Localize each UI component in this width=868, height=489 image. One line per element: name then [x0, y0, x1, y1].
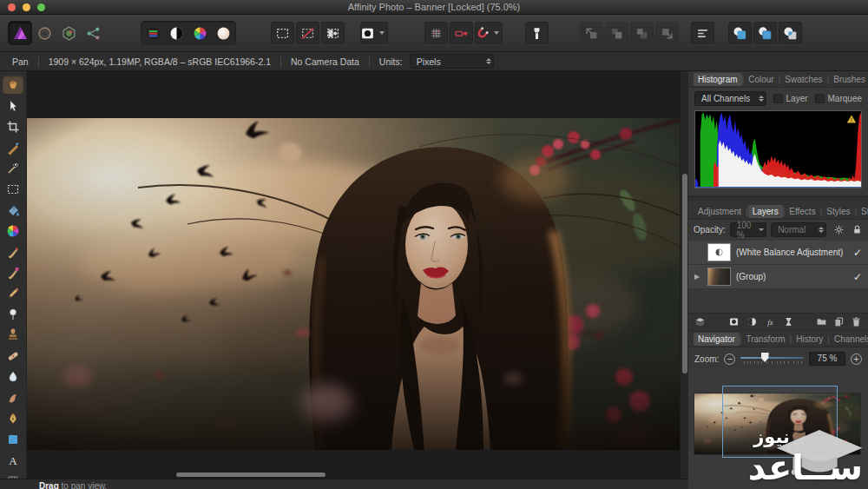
layer-row[interactable]: ▶(Group)✓ — [688, 265, 868, 289]
minimize-button[interactable] — [23, 3, 30, 11]
view-tool[interactable] — [3, 76, 23, 94]
crop-icon — [6, 120, 20, 134]
layer-checkbox[interactable]: Layer — [773, 94, 808, 103]
liquify-persona-button[interactable] — [33, 22, 56, 44]
select-all-button[interactable] — [271, 22, 294, 44]
lock-layer-icon[interactable] — [852, 224, 863, 235]
new-live-filter-button[interactable] — [783, 316, 794, 327]
studio-tab-navigator[interactable]: Navigator — [694, 333, 740, 346]
flood-select-tool[interactable] — [3, 159, 23, 177]
snapping-button[interactable] — [475, 22, 503, 44]
canvas-area[interactable] — [27, 71, 680, 489]
paint-brush-tool[interactable] — [3, 242, 23, 261]
shape-tool[interactable] — [3, 430, 23, 448]
layer-row[interactable]: (White Balance Adjustment)✓ — [688, 241, 868, 265]
zoom-slider[interactable] — [740, 352, 804, 366]
pen-tool[interactable] — [3, 409, 23, 427]
vertical-scrollbar-track[interactable] — [680, 71, 688, 489]
force-pixel-alignment-button[interactable] — [450, 22, 473, 44]
assistant-button[interactable] — [525, 22, 549, 44]
layer-expander-icon[interactable]: ▶ — [694, 273, 702, 281]
selection-brush-tool[interactable] — [3, 138, 23, 156]
deselect-button[interactable] — [296, 22, 319, 44]
photo-persona-button[interactable] — [9, 22, 31, 44]
auto-levels-button[interactable] — [141, 22, 165, 44]
layer-thumbnail[interactable] — [707, 243, 731, 261]
blend-mode-dropdown[interactable]: Normal — [771, 222, 826, 237]
delete-layer-button[interactable] — [851, 316, 862, 327]
studio-tab-swatches[interactable]: Swatches — [780, 73, 826, 86]
crop-tool[interactable] — [3, 117, 23, 135]
blend-options-gear-icon[interactable] — [833, 224, 845, 235]
units-dropdown[interactable]: Pixels — [410, 54, 494, 69]
auto-colour-button[interactable] — [188, 22, 212, 44]
layer-visibility-check-icon[interactable]: ✓ — [853, 247, 862, 259]
vertical-scrollbar-thumb[interactable] — [682, 174, 687, 373]
new-mask-layer-button[interactable] — [728, 316, 740, 327]
boolean-intersect-icon — [783, 26, 798, 41]
navigator-viewport-rect[interactable] — [722, 386, 838, 458]
marquee-checkbox[interactable]: Marquee — [815, 94, 862, 103]
studio-tab-layers[interactable]: Layers — [748, 205, 783, 218]
studio-tab-history[interactable]: History — [792, 333, 827, 346]
studio-tab-effects[interactable]: Effects — [785, 205, 819, 218]
layer-visibility-check-icon[interactable]: ✓ — [853, 271, 862, 283]
move-tool[interactable] — [3, 96, 23, 115]
move-to-front-button[interactable] — [580, 22, 603, 44]
move-backward-icon — [635, 26, 649, 41]
blur-brush-tool[interactable] — [3, 367, 23, 386]
zoom-in-button[interactable]: + — [851, 354, 862, 365]
move-forward-button[interactable] — [605, 22, 628, 44]
group-layers-button[interactable] — [816, 316, 827, 327]
camera-info: No Camera Data — [291, 56, 359, 67]
auto-white-balance-button[interactable] — [212, 22, 235, 44]
chevron-down-icon[interactable] — [494, 31, 499, 35]
boolean-subtract-button[interactable] — [753, 22, 777, 44]
layer-effects-button[interactable]: fx — [765, 316, 776, 327]
flood-fill-tool[interactable] — [3, 201, 23, 219]
new-adjustment-layer-button[interactable] — [746, 316, 758, 327]
zoom-out-button[interactable]: − — [724, 354, 735, 365]
chevron-down-icon[interactable] — [379, 31, 385, 35]
studio-tab-transform[interactable]: Transform — [741, 333, 789, 346]
move-backward-button[interactable] — [630, 22, 654, 44]
pixel-tool[interactable] — [3, 284, 23, 302]
alignment-button[interactable] — [691, 22, 714, 44]
clone-stamp-tool[interactable] — [3, 326, 23, 344]
export-persona-button[interactable] — [82, 22, 104, 44]
dodge-brush-tool[interactable] — [3, 305, 23, 323]
studio-tab-styles[interactable]: Styles — [822, 205, 854, 218]
layer-thumbnail[interactable] — [707, 268, 731, 286]
close-button[interactable] — [8, 3, 16, 11]
healing-brush-tool[interactable] — [3, 347, 23, 365]
studio-tab-colour[interactable]: Colour — [744, 73, 778, 86]
auto-contrast-button[interactable] — [165, 22, 188, 44]
zoom-label: Zoom: — [694, 354, 719, 364]
gradient-tool[interactable] — [3, 221, 23, 240]
text-tool[interactable]: A — [3, 451, 23, 469]
colour-replacement-brush-tool[interactable] — [3, 263, 23, 281]
boolean-add-button[interactable] — [728, 22, 752, 44]
new-layer-button[interactable] — [833, 316, 845, 327]
studio-tab-channels[interactable]: Channels — [830, 333, 868, 346]
studio-tab-histogram[interactable]: Histogram — [694, 73, 742, 86]
alignment-icon — [695, 26, 710, 41]
new-mask-button[interactable] — [360, 22, 388, 44]
zoom-window-button[interactable] — [37, 3, 45, 11]
develop-persona-button[interactable] — [57, 22, 80, 44]
smudge-brush-tool[interactable] — [3, 388, 23, 406]
units-label: Units: — [379, 56, 403, 67]
channel-dropdown[interactable]: All Channels — [694, 91, 766, 106]
zoom-value-field[interactable]: 75 % — [809, 352, 845, 366]
show-grid-button[interactable] — [424, 22, 448, 44]
horizontal-scrollbar[interactable] — [176, 472, 326, 477]
boolean-intersect-button[interactable] — [779, 22, 802, 44]
marquee-select-tool[interactable] — [3, 180, 23, 198]
invert-selection-button[interactable] — [321, 22, 345, 44]
move-to-back-button[interactable] — [655, 22, 679, 44]
layer-order-button[interactable] — [694, 316, 706, 327]
studio-tab-adjustment[interactable]: Adjustment — [694, 205, 746, 218]
studio-tab-brushes[interactable]: Brushes — [829, 73, 868, 86]
opacity-dropdown[interactable]: 100 % — [730, 222, 766, 237]
studio-tab-stock[interactable]: Stock — [857, 205, 868, 218]
